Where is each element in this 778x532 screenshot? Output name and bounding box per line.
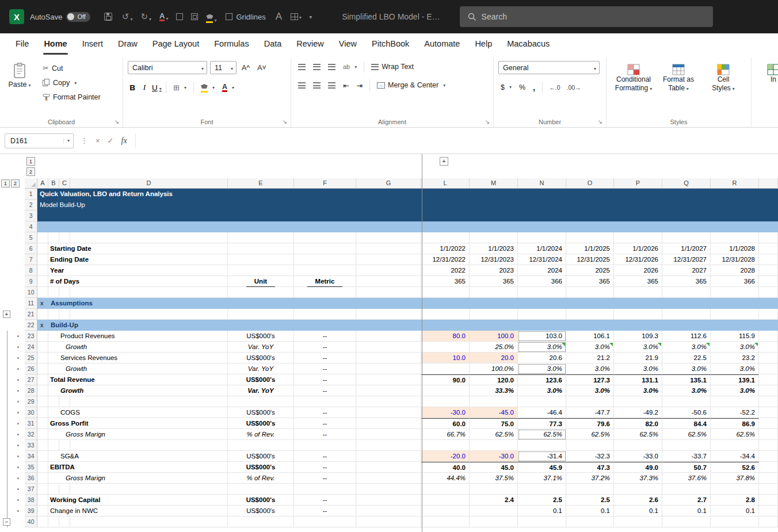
- menu-tab-pitchbook[interactable]: PitchBook: [364, 33, 417, 58]
- row-header-10[interactable]: 10: [25, 287, 37, 298]
- col-header-C[interactable]: C: [59, 178, 70, 189]
- save-icon[interactable]: [104, 13, 112, 21]
- row-expand-button[interactable]: +: [3, 311, 10, 318]
- cell-L31[interactable]: 60.0: [421, 418, 470, 429]
- increase-decimal-button[interactable]: ←.0: [547, 83, 562, 92]
- cell-O35[interactable]: 47.3: [566, 462, 614, 473]
- insert-cells-button[interactable]: In: [756, 61, 778, 84]
- cell-G30[interactable]: [356, 407, 421, 418]
- row-header-29[interactable]: 29: [25, 396, 37, 407]
- cell-N31[interactable]: 77.3: [518, 418, 566, 429]
- menu-tab-formulas[interactable]: Formulas: [207, 33, 256, 58]
- cell[interactable]: [421, 396, 470, 407]
- cell[interactable]: [711, 484, 759, 495]
- menu-tab-help[interactable]: Help: [467, 33, 499, 58]
- row-label-35[interactable]: EBITDA: [48, 462, 228, 473]
- cell[interactable]: [711, 396, 759, 407]
- cell-L24[interactable]: [421, 342, 470, 353]
- cell[interactable]: [518, 396, 566, 407]
- cell[interactable]: [228, 287, 294, 298]
- cell-N34[interactable]: -31.4: [518, 451, 566, 462]
- cell-Q8[interactable]: 2027: [662, 265, 711, 276]
- cell-F23[interactable]: --: [294, 331, 356, 342]
- cell[interactable]: [228, 484, 294, 495]
- fill-color-button[interactable]: ▾: [206, 11, 216, 23]
- cell[interactable]: [421, 232, 470, 243]
- cell-L30[interactable]: -30.0: [421, 407, 470, 418]
- cell-A31[interactable]: [37, 418, 48, 429]
- col-header-R[interactable]: R: [711, 178, 759, 189]
- cell-G26[interactable]: [356, 363, 421, 374]
- cell[interactable]: [759, 309, 778, 320]
- cell[interactable]: [356, 396, 421, 407]
- row-label-24[interactable]: Growth: [48, 342, 228, 353]
- cell[interactable]: [711, 516, 759, 527]
- cell-A9[interactable]: [37, 276, 48, 287]
- cell[interactable]: [711, 232, 759, 243]
- cell[interactable]: [37, 516, 48, 527]
- cell[interactable]: [48, 516, 59, 527]
- row-label-9[interactable]: # of Days: [48, 276, 228, 287]
- row-header-30[interactable]: 30: [25, 407, 37, 418]
- cell-Q39[interactable]: 0.1: [662, 506, 711, 516]
- cell-R30[interactable]: -52.2: [711, 407, 759, 418]
- format-as-table-button[interactable]: Format as Table: [656, 61, 701, 93]
- cell-M24[interactable]: 25.0%: [470, 342, 518, 353]
- cell-G25[interactable]: [356, 353, 421, 363]
- cell[interactable]: [566, 309, 614, 320]
- cell-R8[interactable]: 2028: [711, 265, 759, 276]
- cell[interactable]: [48, 440, 59, 451]
- cell[interactable]: [470, 484, 518, 495]
- cell-Q32[interactable]: 62.5%: [662, 429, 711, 440]
- cell-L36[interactable]: 44.4%: [421, 473, 470, 484]
- cell-R35[interactable]: 52.6: [711, 462, 759, 473]
- row-header-28[interactable]: 28: [25, 385, 37, 396]
- cell-F38[interactable]: --: [294, 495, 356, 506]
- cell[interactable]: [294, 232, 356, 243]
- cell-O24[interactable]: 3.0%: [566, 342, 614, 353]
- cell[interactable]: [48, 309, 59, 320]
- cancel-icon[interactable]: ×: [96, 136, 100, 145]
- cell[interactable]: [37, 484, 48, 495]
- cell-Q35[interactable]: 50.7: [662, 462, 711, 473]
- row-label-32[interactable]: Gross Marign: [48, 429, 228, 440]
- cell-M28[interactable]: 33.3%: [470, 385, 518, 396]
- cell-O26[interactable]: 3.0%: [566, 363, 614, 374]
- cell[interactable]: [70, 287, 228, 298]
- col-header-N[interactable]: N: [518, 178, 566, 189]
- cell-P24[interactable]: 3.0%: [614, 342, 662, 353]
- autosave-toggle[interactable]: Off: [66, 12, 90, 22]
- cell-M34[interactable]: -30.0: [470, 451, 518, 462]
- cell-N25[interactable]: 20.6: [518, 353, 566, 363]
- cell[interactable]: [228, 516, 294, 527]
- cell-F27[interactable]: --: [294, 374, 356, 385]
- cell-M25[interactable]: 20.0: [470, 353, 518, 363]
- borders-button[interactable]: ⊞: [171, 82, 189, 93]
- bold-button[interactable]: B: [128, 83, 137, 92]
- cell-E30[interactable]: US$000's: [228, 407, 294, 418]
- cell-R26[interactable]: 3.0%: [711, 363, 759, 374]
- col-header-M[interactable]: M: [470, 178, 518, 189]
- excel-logo-icon[interactable]: X: [9, 9, 24, 24]
- cell-N8[interactable]: 2024: [518, 265, 566, 276]
- cell[interactable]: [614, 287, 662, 298]
- cell-Q30[interactable]: -50.6: [662, 407, 711, 418]
- col-header-G[interactable]: G: [356, 178, 421, 189]
- row-header-5[interactable]: 5: [25, 232, 37, 243]
- row-header-4[interactable]: 4: [25, 221, 37, 232]
- cell-Q27[interactable]: 135.1: [662, 374, 711, 385]
- cell[interactable]: [759, 440, 778, 451]
- cell[interactable]: [662, 309, 711, 320]
- cell[interactable]: [662, 516, 711, 527]
- menu-tab-automate[interactable]: Automate: [417, 33, 467, 58]
- col-header-D[interactable]: D: [70, 178, 228, 189]
- cell[interactable]: [356, 232, 421, 243]
- cell[interactable]: [662, 232, 711, 243]
- cell-A32[interactable]: [37, 429, 48, 440]
- cell[interactable]: [59, 232, 70, 243]
- chevron-down-icon[interactable]: ▾: [299, 15, 302, 20]
- cell-styles-button[interactable]: Cell Styles: [701, 61, 746, 93]
- cell-G32[interactable]: [356, 429, 421, 440]
- cell-P26[interactable]: 3.0%: [614, 363, 662, 374]
- cell-L28[interactable]: [421, 385, 470, 396]
